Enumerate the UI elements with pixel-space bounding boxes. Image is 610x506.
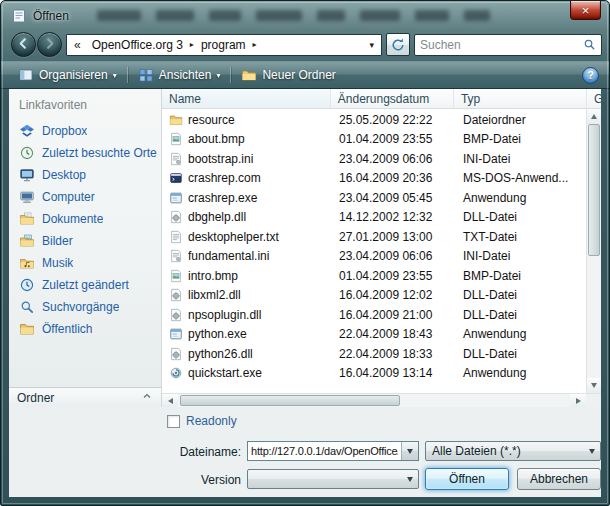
file-list: Name Änderungsdatum Typ G resource25.05.… (161, 89, 601, 407)
search-box[interactable] (414, 34, 602, 56)
dll-file-icon (169, 288, 183, 302)
file-date: 01.04.2009 23:55 (332, 269, 456, 283)
file-row-desktophelper-txt[interactable]: desktophelper.txt27.01.2009 13:00TXT-Dat… (162, 227, 601, 247)
new-folder-button[interactable]: Neuer Ordner (234, 65, 342, 85)
version-combobox[interactable] (247, 469, 419, 489)
file-name: resource (188, 113, 235, 127)
sidebar-item-zuletzt-besuchte-orte[interactable]: Zuletzt besuchte Orte (9, 142, 161, 164)
close-button[interactable]: × (570, 1, 601, 20)
version-dropdown-button[interactable] (401, 470, 418, 488)
organize-label: Organisieren (39, 68, 108, 82)
organize-button[interactable]: Organisieren ▾ (11, 65, 124, 85)
scroll-down-button[interactable] (587, 378, 601, 393)
horizontal-scroll-track[interactable] (178, 394, 570, 407)
column-header-name[interactable]: Name (162, 89, 331, 108)
horizontal-scroll-thumb[interactable] (180, 395, 400, 406)
file-row-libxml2-dll[interactable]: libxml2.dll16.04.2009 12:02DLL-Datei (162, 286, 601, 306)
sidebar-item-computer[interactable]: Computer (9, 186, 161, 208)
toolbar-separator (230, 67, 231, 83)
scroll-left-button[interactable] (162, 394, 178, 407)
version-label: Version (9, 473, 241, 487)
file-type: MS-DOS-Anwend... (456, 171, 590, 185)
file-row-quickstart-exe[interactable]: quickstart.exe16.04.2009 13:14Anwendung (162, 364, 601, 384)
window-title: Öffnen (33, 9, 69, 23)
file-row-bootstrap-ini[interactable]: bootstrap.ini23.04.2009 06:06INI-Datei (162, 149, 601, 169)
file-row-dbghelp-dll[interactable]: dbghelp.dll14.12.2002 12:32DLL-Datei (162, 208, 601, 228)
sidebar-item-zuletzt-ge-ndert[interactable]: Zuletzt geändert (9, 274, 161, 296)
file-type: DLL-Datei (456, 347, 590, 361)
horizontal-scrollbar[interactable] (162, 393, 586, 407)
breadcrumb-separator[interactable]: ▸ (252, 40, 258, 49)
column-header-date[interactable]: Änderungsdatum (331, 89, 454, 108)
sidebar-item-suchvorg-nge[interactable]: Suchvorgänge (9, 296, 161, 318)
open-dialog: Öffnen × « OpenOffice.org 3▸program▸ ▾ (0, 0, 610, 506)
file-row-python-exe[interactable]: python.exe22.04.2009 18:43Anwendung (162, 325, 601, 345)
scrollbar-corner (586, 393, 601, 407)
sidebar-item-ffentlich[interactable]: Öffentlich (9, 318, 161, 340)
file-row-crashrep-com[interactable]: crashrep.com16.04.2009 20:36MS-DOS-Anwen… (162, 169, 601, 189)
sidebar-item-bilder[interactable]: Bilder (9, 230, 161, 252)
recent-places-icon (19, 145, 35, 161)
file-row-npsoplugin-dll[interactable]: npsoplugin.dll16.04.2009 21:00DLL-Datei (162, 305, 601, 325)
column-header-type[interactable]: Typ (454, 89, 587, 108)
filename-input[interactable] (248, 442, 401, 460)
sidebar-item-musik[interactable]: Musik (9, 252, 161, 274)
breadcrumb-item-program[interactable]: program (195, 35, 252, 55)
breadcrumb-dropdown-icon[interactable]: ▾ (364, 40, 379, 50)
file-row-crashrep-exe[interactable]: crashrep.exe23.04.2009 05:45Anwendung (162, 188, 601, 208)
scroll-right-button[interactable] (570, 394, 586, 407)
vertical-scroll-track[interactable] (587, 124, 601, 378)
computer-icon (19, 189, 35, 205)
filetype-combobox[interactable]: Alle Dateien (*.*) (425, 441, 601, 461)
column-header-size[interactable]: G (587, 89, 601, 108)
file-name: libxml2.dll (188, 288, 241, 302)
file-type: Anwendung (456, 191, 590, 205)
search-input[interactable] (420, 38, 579, 52)
dialog-form: Readonly Dateiname: Alle Dateien (*.*) V… (9, 407, 601, 497)
filetype-dropdown-button[interactable] (583, 442, 600, 460)
command-toolbar: Organisieren ▾ Ansichten ▾ Neuer Ordner … (1, 61, 609, 89)
file-type: Dateiordner (456, 113, 590, 127)
titlebar[interactable]: Öffnen × (1, 1, 609, 31)
desktop-icon (19, 167, 35, 183)
sidebar-item-dokumente[interactable]: Dokumente (9, 208, 161, 230)
folders-expander[interactable]: Ordner (9, 387, 161, 407)
views-button[interactable]: Ansichten ▾ (131, 65, 228, 85)
scroll-up-button[interactable] (587, 109, 601, 124)
filename-dropdown-button[interactable] (401, 442, 418, 460)
open-button[interactable]: Öffnen (425, 468, 509, 490)
file-date: 22.04.2009 18:43 (332, 327, 456, 341)
sidebar-list: DropboxZuletzt besuchte OrteDesktopCompu… (9, 119, 161, 387)
sidebar-item-label: Suchvorgänge (42, 300, 119, 314)
file-row-fundamental-ini[interactable]: fundamental.ini23.04.2009 06:06INI-Datei (162, 247, 601, 267)
file-row-intro-bmp[interactable]: intro.bmp01.04.2009 23:55BMP-Datei (162, 266, 601, 286)
breadcrumb-item-openoffice-org-3[interactable]: OpenOffice.org 3 (86, 35, 189, 55)
navigation-bar: « OpenOffice.org 3▸program▸ ▾ (1, 31, 609, 61)
forward-button[interactable] (37, 32, 62, 57)
sidebar-item-desktop[interactable]: Desktop (9, 164, 161, 186)
msdos-file-icon (169, 171, 183, 185)
vertical-scrollbar[interactable] (586, 109, 601, 393)
refresh-button[interactable] (386, 33, 410, 56)
sidebar-item-label: Bilder (42, 234, 73, 248)
sidebar-item-dropbox[interactable]: Dropbox (9, 120, 161, 142)
filename-combobox[interactable] (247, 441, 419, 461)
breadcrumb-overflow-chevron[interactable]: « (69, 38, 86, 52)
vertical-scroll-thumb[interactable] (588, 124, 600, 256)
file-row-about-bmp[interactable]: about.bmp01.04.2009 23:55BMP-Datei (162, 130, 601, 150)
readonly-checkbox[interactable] (167, 415, 180, 428)
refresh-icon (390, 37, 406, 53)
file-row-python26-dll[interactable]: python26.dll22.04.2009 18:33DLL-Datei (162, 344, 601, 364)
documents-icon (19, 211, 35, 227)
back-button[interactable] (11, 32, 36, 57)
filetype-value: Alle Dateien (*.*) (426, 442, 583, 460)
file-name: crashrep.exe (188, 191, 257, 205)
sidebar-item-label: Computer (42, 190, 95, 204)
help-button[interactable]: ? (582, 67, 599, 84)
sidebar-item-label: Desktop (42, 168, 86, 182)
file-row-resource[interactable]: resource25.05.2009 22:22Dateiordner (162, 110, 601, 130)
dll-file-icon (169, 210, 183, 224)
cancel-button[interactable]: Abbrechen (517, 468, 601, 490)
file-type: DLL-Datei (456, 308, 590, 322)
breadcrumb[interactable]: « OpenOffice.org 3▸program▸ ▾ (66, 34, 382, 56)
